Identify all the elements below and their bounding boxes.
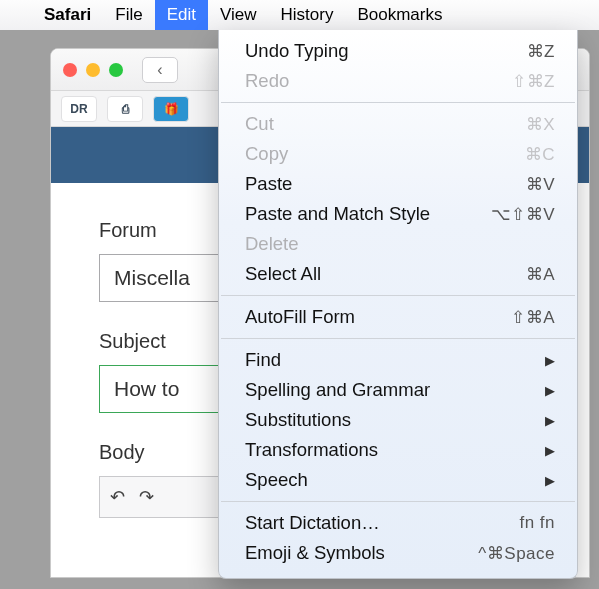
menu-item-label: Start Dictation…	[245, 512, 519, 534]
menu-item-paste[interactable]: Paste⌘V	[219, 169, 577, 199]
menu-item-label: Paste and Match Style	[245, 203, 491, 225]
menu-item-shortcut: ⇧⌘A	[511, 307, 555, 328]
menu-separator	[221, 501, 575, 502]
menu-item-delete: Delete	[219, 229, 577, 259]
menu-item-transformations[interactable]: Transformations▶	[219, 435, 577, 465]
redo-icon[interactable]: ↷	[139, 486, 154, 508]
favorites-item[interactable]: DR	[61, 96, 97, 122]
menu-item-label: Cut	[245, 113, 526, 135]
menu-item-spelling-and-grammar[interactable]: Spelling and Grammar▶	[219, 375, 577, 405]
menu-item-label: Copy	[245, 143, 525, 165]
menubar-app[interactable]: Safari	[32, 0, 103, 30]
menu-item-redo: Redo⇧⌘Z	[219, 66, 577, 96]
zoom-traffic-light[interactable]	[109, 63, 123, 77]
menu-item-copy: Copy⌘C	[219, 139, 577, 169]
menu-item-label: AutoFill Form	[245, 306, 511, 328]
menubar-file[interactable]: File	[103, 0, 154, 30]
menubar-bookmarks[interactable]: Bookmarks	[345, 0, 454, 30]
undo-icon[interactable]: ↶	[110, 486, 125, 508]
menu-separator	[221, 295, 575, 296]
menu-item-shortcut: ⌘A	[526, 264, 555, 285]
menu-item-label: Select All	[245, 263, 526, 285]
back-button[interactable]: ‹	[142, 57, 178, 83]
menu-item-autofill-form[interactable]: AutoFill Form⇧⌘A	[219, 302, 577, 332]
menu-item-shortcut: ⌥⇧⌘V	[491, 204, 555, 225]
chevron-left-icon: ‹	[157, 61, 162, 79]
favorites-item[interactable]: ⎙	[107, 96, 143, 122]
chevron-right-icon: ▶	[545, 473, 555, 488]
menu-item-label: Transformations	[245, 439, 545, 461]
menu-item-start-dictation[interactable]: Start Dictation…fn fn	[219, 508, 577, 538]
menubar: Safari File Edit View History Bookmarks	[0, 0, 599, 30]
menu-separator	[221, 102, 575, 103]
menubar-edit[interactable]: Edit	[155, 0, 208, 30]
chevron-right-icon: ▶	[545, 443, 555, 458]
menu-item-shortcut: ⇧⌘Z	[512, 71, 555, 92]
menu-item-shortcut: ⌘Z	[527, 41, 555, 62]
menubar-view[interactable]: View	[208, 0, 269, 30]
close-traffic-light[interactable]	[63, 63, 77, 77]
menu-item-label: Speech	[245, 469, 545, 491]
menu-item-undo-typing[interactable]: Undo Typing⌘Z	[219, 36, 577, 66]
chevron-right-icon: ▶	[545, 413, 555, 428]
menu-item-shortcut: fn fn	[519, 513, 555, 533]
menubar-history[interactable]: History	[269, 0, 346, 30]
menu-item-paste-and-match-style[interactable]: Paste and Match Style⌥⇧⌘V	[219, 199, 577, 229]
menu-separator	[221, 338, 575, 339]
menu-item-find[interactable]: Find▶	[219, 345, 577, 375]
menu-item-label: Find	[245, 349, 545, 371]
menu-item-shortcut: ⌘X	[526, 114, 555, 135]
menu-item-label: Redo	[245, 70, 512, 92]
menu-item-label: Delete	[245, 233, 555, 255]
favorites-item[interactable]: 🎁	[153, 96, 189, 122]
menu-item-cut: Cut⌘X	[219, 109, 577, 139]
menu-item-shortcut: ^⌘Space	[478, 543, 555, 564]
menu-item-label: Undo Typing	[245, 40, 527, 62]
menu-item-label: Substitutions	[245, 409, 545, 431]
edit-menu-dropdown: Undo Typing⌘ZRedo⇧⌘ZCut⌘XCopy⌘CPaste⌘VPa…	[218, 30, 578, 579]
chevron-right-icon: ▶	[545, 353, 555, 368]
menu-item-label: Spelling and Grammar	[245, 379, 545, 401]
minimize-traffic-light[interactable]	[86, 63, 100, 77]
menu-item-substitutions[interactable]: Substitutions▶	[219, 405, 577, 435]
menu-item-speech[interactable]: Speech▶	[219, 465, 577, 495]
menu-item-label: Emoji & Symbols	[245, 542, 478, 564]
menu-item-select-all[interactable]: Select All⌘A	[219, 259, 577, 289]
chevron-right-icon: ▶	[545, 383, 555, 398]
menu-item-shortcut: ⌘V	[526, 174, 555, 195]
menu-item-label: Paste	[245, 173, 526, 195]
menu-item-emoji-symbols[interactable]: Emoji & Symbols^⌘Space	[219, 538, 577, 568]
menu-item-shortcut: ⌘C	[525, 144, 555, 165]
